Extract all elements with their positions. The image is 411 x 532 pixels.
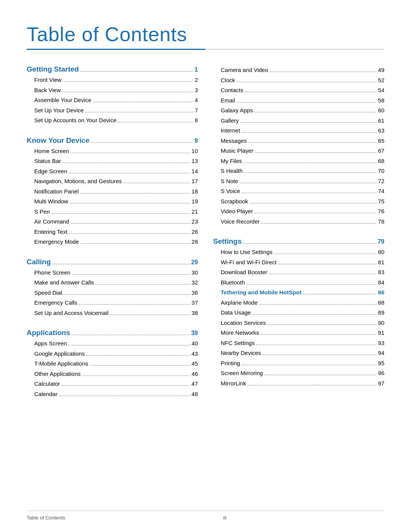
toc-item[interactable]: Contacts54 xyxy=(213,85,384,96)
toc-item[interactable]: Screen Mirroring96 xyxy=(213,368,384,379)
toc-item-label: S Voice xyxy=(221,187,240,196)
toc-item[interactable]: Calculator47 xyxy=(27,379,198,389)
toc-item-label: Gallery xyxy=(221,117,239,125)
toc-item-label: Google Applications xyxy=(34,350,85,358)
toc-item[interactable]: Set Up and Access Voicemail38 xyxy=(27,308,198,318)
toc-item-label: Data Usage xyxy=(221,308,251,317)
toc-item[interactable]: Email58 xyxy=(213,96,384,106)
toc-dots xyxy=(81,243,190,244)
toc-item[interactable]: Speed Dial36 xyxy=(27,288,198,298)
toc-item-label: Download Booster xyxy=(221,268,268,277)
toc-item-page: 48 xyxy=(191,390,198,399)
toc-item-label: Status Bar xyxy=(34,157,61,166)
toc-item[interactable]: Download Booster83 xyxy=(213,267,384,278)
toc-item-page: 74 xyxy=(378,187,384,196)
toc-item[interactable]: Assemble Your Device4 xyxy=(27,95,198,105)
footer-left: Table of Contents xyxy=(27,515,65,521)
toc-dots xyxy=(303,294,376,294)
toc-item-label: T-Mobile Applications xyxy=(34,359,88,368)
toc-item[interactable]: Apps Screen40 xyxy=(27,339,198,349)
toc-dots xyxy=(69,233,190,234)
toc-section-header-label: Know Your Device xyxy=(27,136,89,145)
toc-item-page: 23 xyxy=(191,217,198,226)
toc-item[interactable]: Front View2 xyxy=(27,75,198,85)
toc-item[interactable]: Music Player67 xyxy=(213,146,384,156)
toc-item[interactable]: Voice Recorder78 xyxy=(213,217,384,227)
toc-item[interactable]: My Files68 xyxy=(213,156,384,166)
toc-item-page: 36 xyxy=(191,289,198,297)
toc-item-page: 52 xyxy=(378,76,384,85)
toc-item[interactable]: Bluetooth84 xyxy=(213,278,384,288)
toc-item[interactable]: Multi Window19 xyxy=(27,197,198,207)
toc-dots xyxy=(256,345,376,345)
toc-item-page: 76 xyxy=(378,207,384,216)
toc-item[interactable]: T-Mobile Applications45 xyxy=(27,359,198,369)
toc-item-label: Nearby Devices xyxy=(221,349,261,358)
toc-item[interactable]: Data Usage89 xyxy=(213,308,384,318)
toc-item[interactable]: Home Screen10 xyxy=(27,146,198,157)
toc-item[interactable]: Back View3 xyxy=(27,85,198,96)
toc-item[interactable]: Edge Screen14 xyxy=(27,166,198,177)
toc-item[interactable]: Make and Answer Calls32 xyxy=(27,278,198,288)
toc-item[interactable]: More Networks91 xyxy=(213,328,384,338)
toc-item-page: 80 xyxy=(378,248,384,257)
toc-item-page: 4 xyxy=(195,96,198,105)
toc-dots xyxy=(62,163,190,163)
toc-item[interactable]: Clock52 xyxy=(213,75,384,86)
toc-item[interactable]: Calendar48 xyxy=(27,389,198,399)
toc-item[interactable]: Tethering and Mobile HotSpot86 xyxy=(213,288,384,298)
toc-item[interactable]: Messages65 xyxy=(213,136,384,146)
left-column: Getting Started1Front View2Back View3Ass… xyxy=(27,65,198,410)
toc-dots xyxy=(242,132,376,133)
toc-item[interactable]: Nearby Devices94 xyxy=(213,348,384,358)
toc-item-page: 96 xyxy=(378,369,384,378)
toc-item[interactable]: Google Applications43 xyxy=(27,349,198,359)
toc-item[interactable]: Other Applications46 xyxy=(27,369,198,379)
toc-item[interactable]: S Health70 xyxy=(213,166,384,176)
toc-item[interactable]: S Voice74 xyxy=(213,186,384,197)
toc-dots xyxy=(241,122,377,123)
toc-item[interactable]: Navigation, Motions, and Gestures17 xyxy=(27,176,198,187)
toc-dots xyxy=(255,213,377,213)
toc-dots xyxy=(93,102,193,102)
toc-item-page: 58 xyxy=(378,96,384,105)
toc-item-label: Music Player xyxy=(221,147,253,155)
toc-item[interactable]: Entering Text26 xyxy=(27,227,198,237)
toc-item[interactable]: Video Player76 xyxy=(213,206,384,217)
toc-item[interactable]: Emergency Calls37 xyxy=(27,298,198,308)
toc-section-header-label: Settings xyxy=(213,237,242,246)
toc-item[interactable]: Wi-Fi and Wi-Fi Direct81 xyxy=(213,257,384,268)
toc-item[interactable]: Emergency Mode28 xyxy=(27,237,198,247)
toc-section: Getting Started1Front View2Back View3Ass… xyxy=(27,65,198,126)
toc-page-num: 9 xyxy=(194,137,198,144)
toc-item[interactable]: Galaxy Apps60 xyxy=(213,105,384,116)
toc-item[interactable]: Printing95 xyxy=(213,358,384,369)
toc-dots xyxy=(248,142,376,143)
toc-item[interactable]: NFC Settings93 xyxy=(213,338,384,348)
toc-item[interactable]: How to Use Settings80 xyxy=(213,247,384,257)
toc-item-page: 17 xyxy=(191,177,198,186)
toc-item[interactable]: Notification Panel18 xyxy=(27,187,198,197)
toc-dots xyxy=(79,304,190,305)
toc-item-label: Camera and Video xyxy=(221,66,268,75)
toc-item[interactable]: Phone Screen30 xyxy=(27,268,198,278)
toc-item-page: 3 xyxy=(195,86,198,95)
toc-item[interactable]: Set Up Accounts on Your Device8 xyxy=(27,115,198,126)
toc-item-label: Set Up Accounts on Your Device xyxy=(34,116,116,125)
toc-item[interactable]: MirrorLink97 xyxy=(213,379,384,389)
toc-dots xyxy=(69,173,190,173)
toc-item-page: 60 xyxy=(378,106,384,115)
toc-item[interactable]: Internet63 xyxy=(213,126,384,136)
toc-item-page: 49 xyxy=(378,66,384,75)
toc-item[interactable]: Camera and Video49 xyxy=(213,65,384,75)
toc-item[interactable]: Gallery61 xyxy=(213,116,384,126)
toc-item[interactable]: Set Up Your Device7 xyxy=(27,105,198,116)
toc-item[interactable]: Status Bar13 xyxy=(27,156,198,166)
toc-item[interactable]: S Note72 xyxy=(213,176,384,187)
toc-item-label: More Networks xyxy=(221,329,259,337)
toc-item[interactable]: S Pen21 xyxy=(27,207,198,217)
toc-item[interactable]: Airplane Mode88 xyxy=(213,298,384,308)
toc-item[interactable]: Air Command23 xyxy=(27,217,198,227)
toc-item[interactable]: Scrapbook75 xyxy=(213,197,384,207)
toc-item[interactable]: Location Services90 xyxy=(213,318,384,328)
